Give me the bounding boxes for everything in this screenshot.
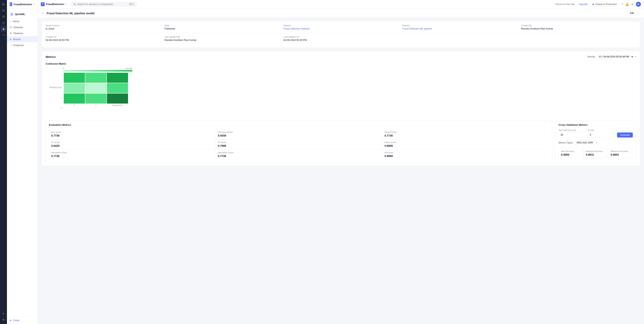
- tier-text: You're on Free Tier: [555, 3, 575, 6]
- f1-value: 0.8429: [51, 144, 213, 147]
- gear-icon[interactable]: ⚙: [631, 3, 634, 6]
- rail-icon-db[interactable]: ☰: [1, 8, 6, 13]
- topbar-brand-name: FraudDetection: [46, 3, 64, 6]
- cm-scale-min: 0: [63, 68, 64, 70]
- accuracy-value: 0.9968: [384, 154, 546, 157]
- sidebar-item-models[interactable]: ◈ Models: [7, 36, 38, 42]
- version-selector: Version V1 / 04-06-2024 05:30:48 PM ▾: [588, 54, 636, 59]
- cm-y-label-1: 1: [48, 93, 63, 103]
- version-chevron-icon: ▾: [635, 56, 636, 58]
- cm-cell-1-0: [64, 83, 85, 93]
- test-data-label: Test Data Size (%): [558, 129, 586, 131]
- cm-row1: [64, 73, 128, 83]
- deploy-icon: ▶: [592, 3, 594, 6]
- sidebar-logo-section: QuickML: [7, 10, 38, 18]
- created-on-label: Created On: [46, 36, 160, 38]
- generate-button[interactable]: Generate: [617, 132, 633, 137]
- dataset-value[interactable]: Fraud Detection Dataset: [283, 27, 398, 30]
- cm-cell-2-2: [107, 94, 128, 104]
- brand-chevron[interactable]: ▾: [34, 3, 35, 6]
- create-plus-icon: ⊕: [10, 319, 12, 322]
- info-card: Target Column is_fraud State Published D…: [42, 21, 640, 48]
- cm-cell-0-1: [85, 73, 106, 83]
- cv-inputs: Test Data Size (%) K-Fold Generate: [558, 129, 633, 137]
- cm-x-label-1: 1: [85, 104, 106, 106]
- sidebar-item-pipelines[interactable]: ⚙ Pipelines: [7, 30, 38, 36]
- rail-icon-tools[interactable]: ✦: [1, 311, 6, 316]
- sidebar: F FraudDetection ▾ QuickML ⌂ Home ☰ Data…: [7, 0, 38, 324]
- metrics-type-select[interactable]: ROC AUC OVR: [575, 140, 599, 145]
- create-button[interactable]: ⊕ Create: [7, 316, 38, 324]
- bell-icon[interactable]: 🔔: [626, 3, 629, 6]
- quickml-logo: [10, 12, 14, 16]
- datasets-label: Datasets: [14, 26, 23, 29]
- topbar-brand-chevron[interactable]: ▾: [65, 3, 66, 5]
- test-data-input[interactable]: [558, 132, 586, 137]
- eval-metric-auc: Auc Score 0.7736: [49, 129, 216, 139]
- info-grid-row1: Target Column is_fraud State Published D…: [46, 24, 636, 30]
- search-shortcut: ⌘+K: [129, 3, 134, 6]
- pipelines-label: Pipelines: [14, 32, 23, 35]
- target-column-label: Target Column: [46, 24, 160, 27]
- rail-icon-settings[interactable]: ⚙: [1, 317, 6, 322]
- eval-metric-accuracy: Accuracy 0.9968: [382, 149, 549, 159]
- test-data-group: Test Data Size (%): [558, 129, 586, 137]
- eval-metric-specificity: Specificity Score 0.7736: [216, 149, 382, 159]
- eval-metric-recall: Recall Score 0.7736: [382, 129, 549, 139]
- rail-icon-model[interactable]: ◈: [1, 26, 6, 32]
- cm-scale-labels: 0 159,992: [63, 68, 132, 70]
- brand-name: FraudDetection: [14, 3, 32, 6]
- avg-accuracy-label: Average Accuracy: [586, 150, 606, 152]
- version-select[interactable]: V1 / 04-06-2024 05:30:48 PM: [596, 54, 634, 59]
- eval-metric-f1: F1 Score 0.8429: [49, 139, 216, 149]
- last-updated-by-field: Last Updated By Ravutla Goutham Ravi Kum…: [164, 36, 280, 42]
- cm-y-label-predicted: Predicted Sum: [48, 82, 63, 92]
- models-label: Models: [13, 38, 21, 41]
- evaluation-metrics-card: Evaluation Metrics Auc Score 0.7736 Prec…: [46, 120, 552, 163]
- datasets-icon: ☰: [10, 26, 12, 29]
- back-button[interactable]: ←: [42, 11, 45, 15]
- pipeline-value[interactable]: Fraud Detection ML pipeline: [402, 27, 517, 30]
- pipeline-field: Pipeline Fraud Detection ML pipeline: [402, 24, 517, 30]
- recall-value: 0.7736: [384, 134, 546, 137]
- confusion-matrix-title: Confusion Matrix: [46, 62, 636, 65]
- last-updated-on-label: Last Updated On: [283, 36, 398, 38]
- rail-icon-pipeline[interactable]: ⚙: [1, 14, 6, 19]
- endpoints-label: Endpoints: [13, 44, 24, 47]
- rail-icon-chart[interactable]: ◫: [1, 20, 6, 26]
- avatar[interactable]: R: [636, 2, 641, 7]
- cm-cell-0-0: [64, 73, 85, 83]
- f2-label: F2 Score: [218, 141, 380, 143]
- more-options-icon[interactable]: ···: [638, 12, 640, 15]
- deploy-button[interactable]: ▶ Deploy to Production: [590, 2, 619, 7]
- sidebar-nav: QuickML ⌂ Home ☰ Datasets ⚙ Pipelines ◈ …: [7, 9, 38, 316]
- metrics-type-select-wrapper: ROC AUC OVR: [575, 140, 599, 145]
- help-icon[interactable]: ?: [622, 3, 623, 6]
- page-header-right: Edit ···: [628, 11, 640, 16]
- k-fold-group: K-Fold: [588, 129, 615, 137]
- cm-y-labels: Predicted Sum 1 0: [48, 72, 63, 113]
- cm-scale-section: 0 159,992: [63, 68, 132, 72]
- eval-cv-layout: Evaluation Metrics Auc Score 0.7736 Prec…: [46, 120, 636, 163]
- last-updated-on-value: 04-06-2024 05:49 PM: [283, 39, 398, 42]
- page-header: ← Fraud Detection ML pipeline model Edit…: [38, 9, 644, 18]
- search-input[interactable]: [77, 3, 127, 6]
- rail-icon-home[interactable]: ⊞: [1, 2, 6, 7]
- sidebar-item-datasets[interactable]: ☰ Datasets: [7, 24, 38, 30]
- last-updated-by-label: Last Updated By: [164, 36, 280, 38]
- upgrade-link[interactable]: ↑ Upgrade: [577, 3, 588, 6]
- state-field: State Published: [164, 24, 280, 30]
- cm-row3: [64, 94, 128, 104]
- sidebar-item-endpoints[interactable]: ⊣ Endpoints: [7, 42, 38, 48]
- cm-grid-inner: 0 1 Actual Sum: [64, 72, 128, 106]
- k-fold-input[interactable]: [588, 132, 615, 137]
- edit-button[interactable]: Edit: [628, 11, 636, 16]
- precision-value: 0.9258: [218, 134, 380, 137]
- min-accuracy-item: Minimum Accuracy 0.9803: [608, 148, 633, 158]
- dataset-label: Dataset: [283, 24, 398, 27]
- cm-x-label-actual: Actual Sum: [107, 104, 128, 106]
- content-area: ← Fraud Detection ML pipeline model Edit…: [38, 9, 644, 324]
- rail-icon-endpoint[interactable]: ⊣: [1, 32, 6, 38]
- auc-value: 0.7736: [51, 134, 213, 137]
- sidebar-item-home[interactable]: ⌂ Home: [7, 18, 38, 24]
